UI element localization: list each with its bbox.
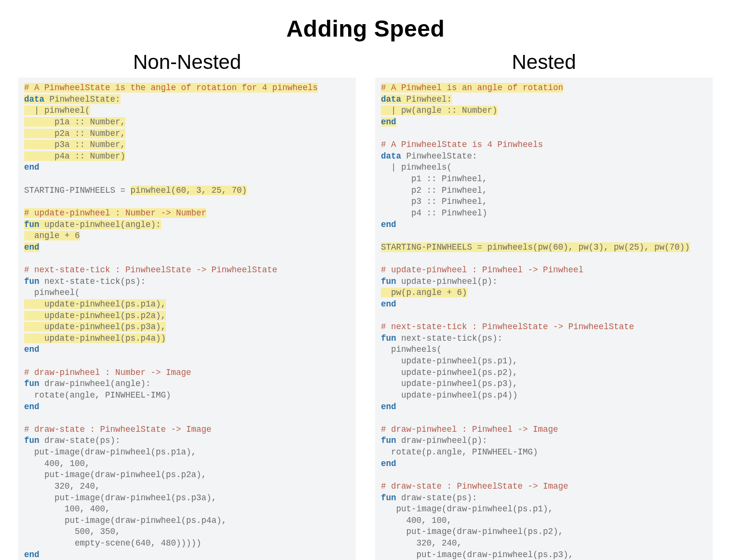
code-line: p3a :: Number, — [24, 140, 125, 149]
code-text: draw-pinwheel(angle): — [40, 379, 151, 388]
code-line: update-pinwheel(ps.p4)) — [381, 390, 518, 400]
code-comment: # next-state-tick : PinwheelState -> Pin… — [381, 322, 634, 332]
left-column: Non-Nested # A PinwheelState is the angl… — [18, 51, 356, 560]
code-line: update-pinwheel(ps.p1a), — [24, 299, 166, 309]
code-keyword: end — [381, 220, 396, 229]
code-line: # A PinwheelState is the angle of rotati… — [24, 83, 318, 93]
code-line: rotate(angle, PINWHEEL-IMG) — [24, 390, 171, 400]
code-text: STARTING-PINWHEELS = — [24, 186, 131, 195]
code-keyword: end — [381, 402, 396, 412]
right-heading: Nested — [375, 51, 713, 74]
code-comment: # update-pinwheel : Number -> Number — [24, 208, 206, 218]
code-line: put-image(draw-pinwheel(ps.p2a), — [24, 470, 206, 480]
code-line: p2a :: Number, — [24, 129, 125, 138]
code-keyword: fun — [381, 436, 396, 445]
code-keyword: end — [381, 459, 396, 468]
code-line: p4a :: Number) — [24, 151, 125, 161]
code-line: rotate(p.angle, PINWHEEL-IMG) — [381, 447, 538, 457]
code-line: put-image(draw-pinwheel(ps.p1), — [381, 504, 553, 514]
left-heading: Non-Nested — [18, 51, 356, 74]
code-line: | pinwheels( — [381, 162, 452, 172]
right-code: # A Pinwheel is an angle of rotation dat… — [375, 78, 713, 560]
code-keyword: fun — [381, 277, 396, 286]
code-line: empty-scene(640, 480))))) — [24, 538, 202, 548]
code-text: PinwheelState: — [44, 94, 121, 104]
code-line: put-image(draw-pinwheel(ps.p4a), — [24, 516, 227, 525]
code-line: 400, 100, — [24, 459, 90, 468]
code-line: | pinwheel( — [24, 106, 90, 115]
code-line: p4 :: Pinwheel) — [381, 208, 487, 218]
code-line: update-pinwheel(ps.p3), — [381, 379, 518, 388]
code-comment: # draw-pinwheel : Pinwheel -> Image — [381, 425, 558, 434]
code-text: pinwheels(pw(60), pw(3), pw(25), pw(70)) — [487, 242, 690, 252]
code-line: put-image(draw-pinwheel(ps.p1a), — [24, 447, 196, 457]
code-line: 400, 100, — [381, 516, 452, 525]
code-keyword: data — [381, 151, 401, 161]
code-keyword: end — [24, 242, 40, 252]
code-line: p2 :: Pinwheel, — [381, 186, 487, 195]
code-line: put-image(draw-pinwheel(ps.p3a), — [24, 493, 217, 503]
code-line: p1 :: Pinwheel, — [381, 174, 487, 184]
code-line: update-pinwheel(ps.p3a), — [24, 322, 166, 332]
code-text: update-pinwheel(angle): — [40, 220, 161, 229]
slide: Adding Speed Non-Nested # A PinwheelStat… — [0, 0, 731, 560]
code-keyword: fun — [24, 436, 40, 445]
code-text: next-state-tick(ps): — [40, 277, 146, 286]
code-line: | pw(angle :: Number) — [381, 106, 498, 115]
code-text: pinwheel(60, 3, 25, 70) — [131, 186, 247, 195]
code-line: angle + 6 — [24, 231, 80, 240]
code-line: 100, 400, — [24, 504, 110, 514]
code-text: update-pinwheel(p): — [396, 277, 498, 286]
code-keyword: end — [24, 162, 40, 172]
code-text: draw-state(ps): — [40, 436, 121, 445]
code-line: update-pinwheel(ps.p2a), — [24, 311, 166, 320]
left-code: # A PinwheelState is the angle of rotati… — [18, 78, 356, 560]
code-line: update-pinwheel(ps.p4a)) — [24, 333, 166, 343]
code-line: 500, 350, — [24, 527, 121, 536]
code-line: put-image(draw-pinwheel(ps.p3), — [381, 550, 573, 560]
slide-title: Adding Speed — [14, 15, 717, 42]
code-comment: # draw-pinwheel : Number -> Image — [24, 368, 191, 377]
code-comment: # A Pinwheel is an angle of rotation — [381, 83, 563, 93]
right-column: Nested # A Pinwheel is an angle of rotat… — [375, 51, 713, 560]
code-keyword: end — [24, 345, 40, 354]
code-line: pinwheel( — [24, 288, 80, 297]
code-keyword: fun — [24, 220, 40, 229]
code-line: update-pinwheel(ps.p1), — [381, 356, 518, 366]
columns: Non-Nested # A PinwheelState is the angl… — [14, 51, 717, 560]
code-keyword: fun — [24, 277, 40, 286]
code-keyword: fun — [381, 333, 396, 343]
code-keyword: data — [381, 94, 401, 104]
code-line: p3 :: Pinwheel, — [381, 197, 487, 206]
code-line: p1a :: Number, — [24, 117, 125, 127]
code-keyword: end — [24, 402, 40, 412]
code-comment: # next-state-tick : PinwheelState -> Pin… — [24, 265, 277, 275]
code-text: draw-pinwheel(p): — [396, 436, 487, 445]
code-comment: # A PinwheelState is 4 Pinwheels — [381, 140, 543, 149]
code-comment: # draw-state : PinwheelState -> Image — [24, 425, 212, 434]
code-text: STARTING-PINWHEELS = — [381, 242, 487, 252]
code-line: put-image(draw-pinwheel(ps.p2), — [381, 527, 563, 536]
code-keyword: end — [381, 299, 396, 309]
code-keyword: fun — [381, 493, 396, 503]
code-keyword: end — [381, 117, 396, 127]
code-line: update-pinwheel(ps.p2), — [381, 368, 518, 377]
code-keyword: fun — [24, 379, 40, 388]
code-keyword: data — [24, 94, 44, 104]
code-text: draw-state(ps): — [396, 493, 477, 503]
code-line: pinwheels( — [381, 345, 442, 354]
code-comment: # draw-state : PinwheelState -> Image — [381, 481, 569, 491]
code-comment: # update-pinwheel : Pinwheel -> Pinwheel — [381, 265, 583, 275]
code-text: next-state-tick(ps): — [396, 333, 503, 343]
code-line: 320, 240, — [24, 481, 100, 491]
code-line: pw(p.angle + 6) — [381, 288, 467, 297]
code-text: PinwheelState: — [401, 151, 477, 161]
code-text: Pinwheel: — [401, 94, 452, 104]
code-keyword: end — [24, 550, 40, 560]
code-line: 320, 240, — [381, 538, 462, 548]
